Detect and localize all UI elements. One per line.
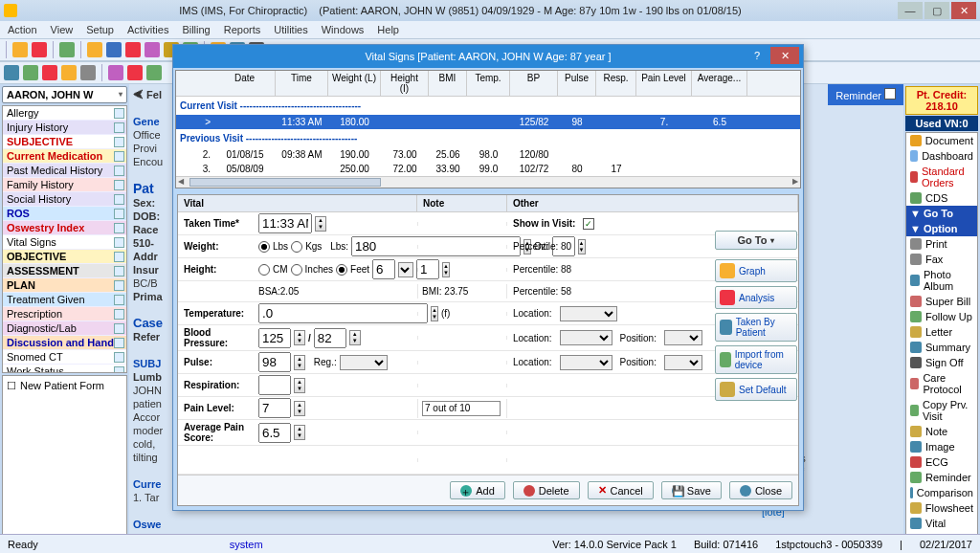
unit-in-radio[interactable]	[291, 264, 302, 276]
delete-button[interactable]: Delete	[513, 481, 580, 499]
rnav-item[interactable]: Print	[906, 236, 977, 252]
nav-item[interactable]: PLAN	[3, 278, 126, 293]
bp-position-select[interactable]	[664, 330, 702, 345]
rnav-item[interactable]: Super Bill	[906, 294, 977, 309]
tb-icon[interactable]	[108, 65, 123, 80]
tb-icon[interactable]	[32, 42, 47, 57]
import-button[interactable]: Import from device	[715, 345, 797, 374]
unit-kgs-radio[interactable]	[291, 241, 302, 253]
tb-icon[interactable]	[61, 65, 77, 80]
nav-item[interactable]: SUBJECTIVE	[3, 135, 126, 149]
pulse-location-select[interactable]	[560, 355, 612, 370]
nav-item[interactable]: Diagnostic/Lab	[3, 321, 126, 336]
unit-cm-radio[interactable]	[258, 264, 270, 276]
menu-action[interactable]: Action	[8, 24, 37, 35]
rnav-item[interactable]: Copy Prv. Visit	[906, 397, 977, 424]
pain-input[interactable]	[258, 398, 291, 418]
menu-view[interactable]: View	[51, 24, 74, 35]
menu-windows[interactable]: Windows	[322, 24, 365, 35]
rnav-item[interactable]: Flowsheet	[906, 500, 977, 516]
grid-row[interactable]: 2.01/08/1509:38 AM190.0073.0025.0698.012…	[176, 147, 800, 162]
close-button[interactable]: ✕	[951, 2, 976, 19]
add-button[interactable]: ＋Add	[450, 481, 505, 499]
maximize-button[interactable]: ▢	[924, 2, 949, 19]
minimize-button[interactable]: —	[898, 2, 923, 19]
encounter-nav[interactable]: AllergyInjury HistorySUBJECTIVECurrent M…	[2, 105, 127, 373]
visits-grid[interactable]: DateTime Weight (L)Height (I) BMITemp. B…	[175, 70, 801, 188]
tb-icon[interactable]	[4, 65, 19, 80]
spinner[interactable]	[349, 330, 361, 345]
menu-setup[interactable]: Setup	[86, 24, 114, 35]
goto-button[interactable]: Go To	[715, 231, 797, 250]
nav-item[interactable]: Injury History	[3, 121, 126, 135]
menu-billing[interactable]: Billing	[182, 24, 210, 35]
show-in-visit-checkbox[interactable]	[583, 218, 594, 230]
close-button[interactable]: Close	[729, 481, 792, 499]
pulse-input[interactable]	[258, 352, 291, 372]
spinner[interactable]	[294, 425, 305, 440]
help-button[interactable]: ?	[747, 47, 767, 64]
resp-input[interactable]	[258, 375, 291, 395]
unit-lbs-radio[interactable]	[258, 241, 270, 253]
taken-by-patient-button[interactable]: Taken By Patient	[715, 313, 797, 342]
nav-item[interactable]: Current Medication	[3, 149, 126, 164]
nav-item[interactable]: Oswestry Index	[3, 221, 126, 235]
tb-icon[interactable]	[125, 42, 141, 57]
menu-utilities[interactable]: Utilities	[274, 24, 307, 35]
nav-item[interactable]: OBJECTIVE	[3, 250, 126, 264]
nav-item[interactable]: Social History	[3, 192, 126, 207]
rnav-item[interactable]: Fax	[906, 252, 977, 267]
avg-pain-input[interactable]	[258, 423, 291, 443]
rnav-item[interactable]: CDS	[906, 190, 977, 206]
menu-help[interactable]: Help	[377, 24, 399, 35]
rnav-item[interactable]: Document	[906, 133, 977, 148]
bp-dia-input[interactable]	[314, 328, 346, 348]
temp-input[interactable]	[258, 303, 428, 323]
tb-icon[interactable]	[87, 42, 102, 57]
bp-location-select[interactable]	[560, 330, 612, 345]
pulse-position-select[interactable]	[664, 355, 702, 370]
bp-sys-input[interactable]	[258, 328, 291, 348]
nav-item[interactable]: Allergy	[3, 106, 126, 121]
pain-note-input[interactable]	[422, 401, 501, 416]
rnav-item[interactable]: Sign Off	[906, 355, 977, 370]
analysis-button[interactable]: Analysis	[715, 286, 797, 309]
grid-row[interactable]: 3.05/08/09250.0072.0033.9099.0102/728017	[176, 162, 800, 176]
rnav-item[interactable]: Reminder	[906, 470, 977, 485]
rnav-item[interactable]: Image	[906, 439, 977, 454]
rnav-item[interactable]: Care Protocol	[906, 370, 977, 397]
tb-icon[interactable]	[12, 42, 28, 57]
menu-activities[interactable]: Activities	[127, 24, 168, 35]
height-ft-input[interactable]	[372, 259, 395, 279]
grid-scrollbar[interactable]	[176, 176, 800, 188]
save-button[interactable]: 💾Save	[661, 481, 722, 499]
grid-row-current[interactable]: > 11:33 AM180.00 125/82 98 7.6.5	[176, 115, 800, 129]
nav-item[interactable]: Prescription	[3, 307, 126, 321]
cancel-button[interactable]: ✕Cancel	[588, 481, 654, 499]
tb-icon[interactable]	[146, 65, 162, 80]
unit-ft-radio[interactable]	[336, 264, 347, 276]
pulse-reg-select[interactable]	[340, 355, 388, 370]
nav-item[interactable]: ROS	[3, 207, 126, 221]
nav-item[interactable]: Work Status	[3, 365, 126, 373]
rnav-item[interactable]: Letter	[906, 324, 977, 340]
temp-location-select[interactable]	[560, 306, 617, 321]
spinner[interactable]	[294, 330, 305, 345]
menu-reports[interactable]: Reports	[224, 24, 261, 35]
rnav-item[interactable]: Comparison	[906, 485, 977, 500]
dialog-close-button[interactable]: ✕	[770, 47, 799, 64]
nav-item[interactable]: Snomed CT	[3, 350, 126, 365]
taken-time-input[interactable]	[258, 213, 312, 233]
rnav-item[interactable]: Standard Orders	[906, 164, 977, 190]
set-default-button[interactable]: Set Default	[715, 378, 797, 401]
tb-icon[interactable]	[145, 42, 160, 57]
nav-item[interactable]: Treatment Given	[3, 293, 126, 307]
tb-icon[interactable]	[42, 65, 57, 80]
nav-item[interactable]: ASSESSMENT	[3, 264, 126, 278]
nav-item[interactable]: Family History	[3, 178, 126, 192]
tb-icon[interactable]	[106, 42, 122, 57]
tb-icon[interactable]	[59, 42, 75, 57]
graph-button[interactable]: Graph	[715, 259, 797, 282]
tb-icon[interactable]	[127, 65, 143, 80]
nav-item[interactable]: Past Medical History	[3, 164, 126, 178]
